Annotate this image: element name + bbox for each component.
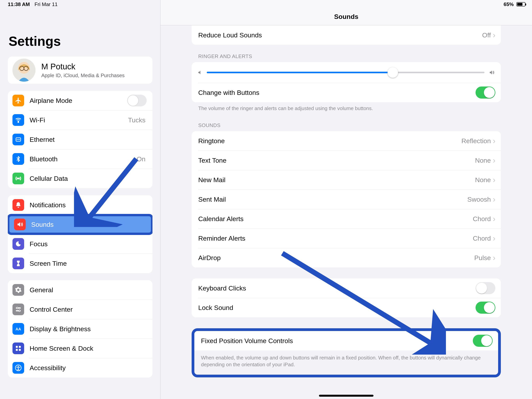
sound-label: Sent Mail [198, 196, 467, 203]
profile-sub: Apple ID, iCloud, Media & Purchases [41, 72, 125, 78]
fixed-position-toggle[interactable] [473, 335, 493, 347]
sound-label: Text Tone [198, 157, 475, 164]
svg-rect-16 [16, 346, 18, 348]
row-sound-sent-mail[interactable]: Sent MailSwoosh› [192, 190, 501, 209]
sidebar-item-display[interactable]: AA Display & Brightness [8, 319, 152, 339]
row-reduce-loud[interactable]: Reduce Loud Sounds Off › [192, 25, 501, 45]
svg-point-14 [19, 310, 20, 312]
row-sound-reminder-alerts[interactable]: Reminder AlertsChord› [192, 229, 501, 248]
sidebar-item-notifications[interactable]: Notifications [8, 195, 152, 215]
row-sound-ringtone[interactable]: RingtoneReflection› [192, 131, 501, 151]
sidebar-item-general[interactable]: General [8, 280, 152, 300]
chevron-right-icon: › [493, 137, 495, 145]
svg-point-10 [18, 178, 19, 179]
notifications-icon [13, 199, 24, 211]
fixed-position-label: Fixed Position Volume Controls [201, 337, 473, 345]
lock-sound-toggle[interactable] [475, 302, 495, 314]
row-lock-sound[interactable]: Lock Sound [192, 298, 501, 317]
volume-high-icon [488, 70, 495, 75]
chevron-right-icon: › [493, 156, 495, 165]
control-center-icon [13, 303, 24, 315]
screen-time-icon [13, 257, 24, 269]
ethernet-label: Ethernet [30, 136, 147, 143]
row-change-with-buttons[interactable]: Change with Buttons [192, 83, 501, 102]
sidebar-item-cellular[interactable]: Cellular Data [8, 169, 152, 188]
sidebar-item-accessibility[interactable]: Accessibility [8, 358, 152, 378]
sounds-section-header: SOUNDS [192, 114, 501, 131]
sidebar-item-control-center[interactable]: Control Center [8, 300, 152, 319]
chevron-right-icon: › [493, 214, 495, 223]
accessibility-icon [13, 362, 24, 374]
change-buttons-toggle[interactable] [475, 86, 495, 99]
sounds-label: Sounds [31, 221, 145, 228]
page-title: Sounds [334, 13, 359, 20]
notifications-label: Notifications [30, 201, 147, 209]
reduce-loud-label: Reduce Loud Sounds [198, 31, 482, 39]
main-scroll[interactable]: Reduce Loud Sounds Off › RINGER AND ALER… [160, 25, 532, 399]
sound-value: Swoosh [467, 196, 491, 203]
sidebar-item-airplane[interactable]: Airplane Mode [8, 91, 152, 110]
home-screen-icon [13, 342, 24, 354]
keyboard-clicks-label: Keyboard Clicks [198, 284, 475, 292]
display-icon: AA [13, 323, 24, 335]
sidebar-item-profile[interactable]: M Potuck Apple ID, iCloud, Media & Purch… [8, 57, 152, 84]
home-screen-label: Home Screen & Dock [30, 345, 147, 352]
settings-sidebar: Settings M Potuck Apple ID, [0, 0, 160, 399]
sounds-icon [14, 219, 26, 230]
row-fixed-position-volume[interactable]: Fixed Position Volume Controls [194, 331, 498, 350]
row-sound-airdrop[interactable]: AirDropPulse› [192, 248, 501, 268]
general-icon [13, 284, 24, 296]
change-buttons-label: Change with Buttons [198, 89, 475, 97]
ringer-volume-slider-row [192, 62, 501, 83]
sidebar-item-bluetooth[interactable]: Bluetooth On [8, 149, 152, 169]
sidebar-item-home-screen[interactable]: Home Screen & Dock [8, 339, 152, 358]
svg-rect-19 [19, 349, 21, 351]
sound-value: Chord [473, 235, 491, 242]
ethernet-icon [13, 134, 24, 145]
row-keyboard-clicks[interactable]: Keyboard Clicks [192, 278, 501, 298]
sidebar-item-sounds[interactable]: Sounds [8, 214, 152, 235]
home-indicator [319, 395, 374, 397]
row-sound-text-tone[interactable]: Text ToneNone› [192, 151, 501, 170]
chevron-right-icon: › [493, 31, 495, 39]
sound-label: Calendar Alerts [198, 215, 473, 223]
chevron-right-icon: › [493, 195, 495, 204]
row-sound-calendar-alerts[interactable]: Calendar AlertsChord› [192, 209, 501, 229]
airplane-label: Airplane Mode [30, 97, 127, 104]
sidebar-item-ethernet[interactable]: Ethernet [8, 130, 152, 149]
sound-value: Pulse [474, 254, 491, 262]
sidebar-item-screen-time[interactable]: Screen Time [8, 254, 152, 273]
bluetooth-label: Bluetooth [30, 155, 137, 163]
sidebar-item-focus[interactable]: Focus [8, 234, 152, 254]
sidebar-item-wifi[interactable]: Wi-Fi Tucks [8, 110, 152, 130]
general-label: General [30, 286, 147, 294]
airplane-icon [13, 95, 24, 106]
chevron-right-icon: › [493, 253, 495, 262]
focus-icon [13, 238, 24, 250]
sound-value: Chord [473, 215, 491, 223]
ringer-footer: The volume of the ringer and alerts can … [192, 102, 501, 114]
row-sound-new-mail[interactable]: New MailNone› [192, 170, 501, 190]
reduce-loud-value: Off [482, 31, 491, 39]
airplane-toggle[interactable] [127, 95, 147, 106]
sound-label: AirDrop [198, 254, 474, 262]
main-panel: Sounds Reduce Loud Sounds Off › RINGER A… [160, 0, 532, 399]
cellular-icon [13, 173, 24, 184]
battery-icon [516, 2, 525, 6]
sound-value: Reflection [461, 137, 491, 145]
svg-rect-18 [16, 349, 18, 351]
chevron-right-icon: › [493, 234, 495, 243]
ringer-volume-slider[interactable] [207, 72, 484, 73]
svg-point-9 [19, 139, 20, 140]
wifi-icon [13, 114, 24, 126]
svg-point-7 [17, 139, 18, 140]
battery-percent: 65% [504, 1, 514, 7]
wifi-value: Tucks [128, 116, 146, 124]
volume-low-icon [197, 70, 203, 75]
focus-label: Focus [30, 240, 147, 248]
cellular-label: Cellular Data [30, 175, 147, 182]
keyboard-clicks-toggle[interactable] [475, 282, 495, 294]
sound-label: New Mail [198, 176, 475, 184]
wifi-label: Wi-Fi [30, 116, 128, 124]
sound-label: Ringtone [198, 137, 461, 145]
